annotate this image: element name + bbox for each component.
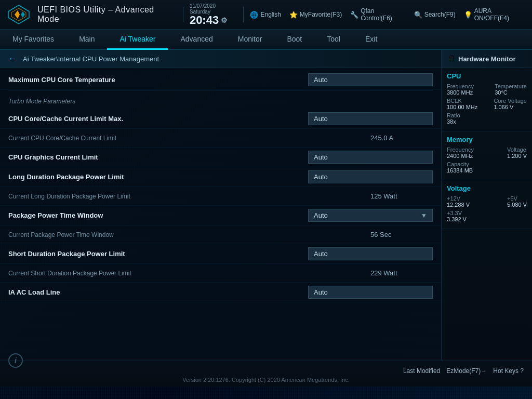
star-icon: ⭐ [289, 11, 298, 19]
setting-input-field[interactable]: Auto [308, 170, 433, 183]
header-divider-1 [183, 7, 183, 22]
settings-row-5: CPU Graphics Current LimitAuto [0, 148, 441, 167]
setting-input-field[interactable]: Auto [308, 286, 433, 299]
hw-row-left: BCLK100.00 MHz [447, 98, 477, 110]
hw-monitor-header: 🖥 Hardware Monitor [442, 50, 532, 68]
hw-label: Temperature [495, 83, 527, 89]
asus-rog-logo [6, 4, 31, 25]
breadcrumb: ← Ai Tweaker\Internal CPU Power Manageme… [0, 50, 441, 68]
settings-row-10: Short Duration Package Power LimitAuto [0, 244, 441, 264]
hw-monitor-title: Hardware Monitor [458, 55, 516, 63]
setting-label: Maximum CPU Core Temperature [8, 76, 308, 84]
hw-value: 3800 MHz [447, 89, 474, 96]
hw-data-row: Frequency2400 MHzVoltage1.200 V [447, 147, 527, 159]
hw-value: 16384 MB [447, 167, 473, 174]
setting-input-field[interactable]: Auto [308, 73, 433, 86]
hw-data-row: +3.3V3.392 V [447, 210, 527, 222]
settings-row-8: Package Power Time WindowAuto▼ [0, 206, 441, 225]
hw-data-row: BCLK100.00 MHzCore Voltage1.066 V [447, 98, 527, 110]
nav-monitor[interactable]: Monitor [225, 30, 275, 50]
info-icon-area: i [8, 353, 23, 368]
nav-boot[interactable]: Boot [274, 30, 314, 50]
settings-row-3: CPU Core/Cache Current Limit Max.Auto [0, 109, 441, 129]
hw-label: Voltage [507, 147, 527, 153]
hw-row-right: Voltage1.200 V [507, 147, 527, 159]
settings-row-0: Maximum CPU Core TemperatureAuto [0, 70, 441, 90]
hw-label: Core Voltage [494, 98, 527, 104]
settings-row-11: Current Short Duration Package Power Lim… [0, 264, 441, 283]
hw-data-row: Ratio38x [447, 112, 527, 125]
last-modified-button[interactable]: Last Modified [403, 367, 440, 375]
hotkeys-button[interactable]: Hot Keys ? [493, 367, 524, 375]
hw-row-single: Capacity16384 MB [447, 161, 473, 174]
chevron-down-icon: ▼ [421, 212, 427, 219]
settings-row-12: IA AC Load LineAuto [0, 283, 441, 302]
hw-value: 3.392 V [447, 216, 467, 222]
nav-tool[interactable]: Tool [314, 30, 353, 50]
hw-value: 2400 MHz [447, 153, 474, 159]
settings-row-7: Current Long Duration Package Power Limi… [0, 187, 441, 206]
aura-icon: 💡 [464, 11, 472, 19]
hw-label: +12V [447, 195, 470, 202]
copyright-text: Version 2.20.1276. Copyright (C) 2020 Am… [182, 377, 350, 383]
aura-toggle-button[interactable]: 💡 AURA ON/OFF(F4) [464, 7, 526, 22]
setting-label: CPU Graphics Current Limit [8, 153, 308, 161]
hw-section-voltage: Voltage+12V12.288 V+5V5.080 V+3.3V3.392 … [442, 180, 532, 229]
bottom-bar: Last Modified EzMode(F7)→ Hot Keys ? Ver… [0, 361, 532, 387]
hw-row-left: +12V12.288 V [447, 195, 470, 208]
settings-row-9: Current Package Power Time Window56 Sec [0, 225, 441, 244]
language-selector[interactable]: 🌐 English [250, 11, 281, 19]
header-divider-2 [243, 7, 244, 22]
setting-label: CPU Core/Cache Current Limit Max. [8, 115, 308, 123]
time-display: 20:43 ⚙ [190, 15, 228, 26]
breadcrumb-back-button[interactable]: ← [8, 54, 17, 63]
logo-area [6, 4, 31, 25]
hw-label: Ratio [447, 112, 460, 118]
section-label: Turbo Mode Parameters [8, 98, 75, 105]
setting-input-field[interactable]: Auto [308, 112, 433, 125]
hw-label: Frequency [447, 83, 474, 89]
nav-my-favorites[interactable]: My Favorites [0, 30, 66, 50]
info-button[interactable]: i [8, 353, 23, 368]
setting-label: Short Duration Package Power Limit [8, 250, 308, 258]
settings-gear-icon[interactable]: ⚙ [221, 17, 228, 24]
nav-exit[interactable]: Exit [353, 30, 390, 50]
setting-value: 125 Watt [370, 192, 433, 200]
search-button[interactable]: 🔍 Search(F9) [414, 11, 456, 19]
nav-bar: My Favorites Main Ai Tweaker Advanced Mo… [0, 30, 532, 50]
hw-sections: CPUFrequency3800 MHzTemperature30°CBCLK1… [442, 68, 532, 229]
setting-value: 245.0 A [370, 134, 433, 142]
nav-main[interactable]: Main [66, 30, 107, 50]
hw-section-memory: MemoryFrequency2400 MHzVoltage1.200 VCap… [442, 131, 532, 180]
qfan-control-button[interactable]: 🔧 Qfan Control(F6) [350, 7, 405, 22]
nav-advanced[interactable]: Advanced [168, 30, 225, 50]
nav-ai-tweaker[interactable]: Ai Tweaker [107, 30, 168, 50]
hw-row-right: Core Voltage1.066 V [494, 98, 527, 110]
fan-icon: 🔧 [350, 11, 358, 19]
globe-icon: 🌐 [250, 11, 258, 19]
hw-value: 1.200 V [507, 153, 527, 159]
hw-data-row: Capacity16384 MB [447, 161, 527, 174]
search-icon: 🔍 [414, 11, 422, 19]
setting-label: Long Duration Package Power Limit [8, 173, 308, 181]
hw-value: 12.288 V [447, 202, 470, 208]
hw-row-single: Ratio38x [447, 112, 460, 125]
setting-label: Current CPU Core/Cache Current Limit [8, 135, 370, 142]
hw-label: +5V [507, 195, 527, 202]
setting-input-field[interactable]: Auto [308, 151, 433, 164]
setting-label: Current Package Power Time Window [8, 231, 370, 238]
hw-section-title: CPU [447, 72, 527, 80]
date-display: 11/07/2020 Saturday [190, 3, 237, 15]
setting-input-field[interactable]: Auto [308, 247, 433, 260]
setting-dropdown[interactable]: Auto▼ [308, 209, 433, 222]
content-area: ← Ai Tweaker\Internal CPU Power Manageme… [0, 50, 441, 361]
setting-label: Current Long Duration Package Power Limi… [8, 193, 370, 200]
setting-label: Current Short Duration Package Power Lim… [8, 270, 370, 277]
setting-value: 56 Sec [370, 231, 433, 238]
hw-row-left: Frequency2400 MHz [447, 147, 474, 159]
setting-label: IA AC Load Line [8, 288, 308, 296]
hw-label: Capacity [447, 161, 473, 167]
breadcrumb-path: Ai Tweaker\Internal CPU Power Management [23, 55, 159, 63]
ezmode-button[interactable]: EzMode(F7)→ [446, 367, 487, 375]
my-favorite-button[interactable]: ⭐ MyFavorite(F3) [289, 11, 342, 19]
